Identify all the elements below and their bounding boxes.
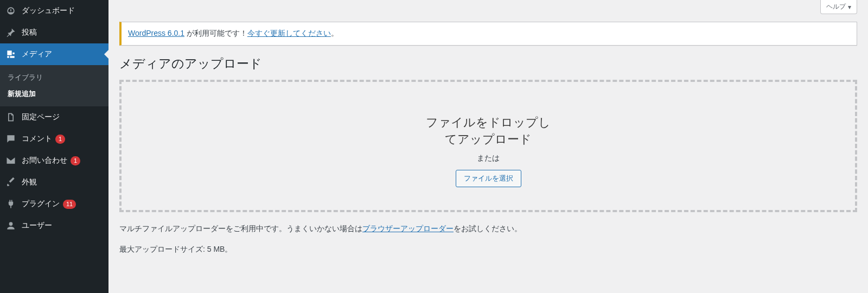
user-icon (5, 220, 18, 231)
sidebar-submenu-media: ライブラリ 新規追加 (0, 65, 108, 106)
max-upload-size: 最大アップロードサイズ: 5 MB。 (119, 245, 857, 254)
sidebar-item-plugins[interactable]: プラグイン 11 (0, 193, 108, 215)
or-text: または (122, 154, 855, 163)
sidebar-item-pages[interactable]: 固定ページ (0, 106, 108, 128)
nav-label: ダッシュボード (22, 6, 75, 16)
mail-icon (5, 155, 18, 166)
browser-uploader-link[interactable]: ブラウザーアップローダー (362, 224, 454, 233)
drop-text: ファイルをドロップしてアップロード (423, 114, 553, 148)
sidebar-item-comments[interactable]: コメント 1 (0, 128, 108, 150)
notice-middle: が利用可能です！ (184, 29, 247, 37)
sidebar-item-media[interactable]: メディア (0, 43, 108, 65)
media-icon (5, 49, 18, 60)
select-file-button[interactable]: ファイルを選択 (456, 170, 521, 187)
nav-label: お問い合わせ (22, 156, 67, 165)
page-icon (5, 112, 18, 123)
notice-version-link[interactable]: WordPress 6.0.1 (128, 29, 184, 37)
below-post: をお試しください。 (454, 224, 522, 233)
uploader-info: マルチファイルアップローダーをご利用中です。うまくいかない場合はブラウザーアップ… (119, 224, 857, 234)
sidebar-item-posts[interactable]: 投稿 (0, 22, 108, 43)
nav-label: ユーザー (22, 221, 52, 231)
help-tab-label: ヘルプ (826, 2, 846, 11)
brush-icon (5, 177, 18, 188)
help-tab[interactable]: ヘルプ ▾ (820, 0, 857, 14)
submenu-item-library[interactable]: ライブラリ (0, 69, 108, 86)
notice-tail: 。 (331, 29, 339, 37)
dashboard-icon (5, 5, 18, 16)
nav-label: コメント (22, 134, 52, 144)
inquiry-badge: 1 (71, 156, 80, 165)
plug-icon (5, 199, 18, 209)
comment-icon (5, 133, 18, 144)
chevron-down-icon: ▾ (848, 3, 851, 11)
nav-label: 外観 (22, 177, 37, 187)
notice-update-link[interactable]: 今すぐ更新してください (247, 29, 331, 37)
plugins-badge: 11 (63, 200, 76, 209)
sidebar-item-inquiry[interactable]: お問い合わせ 1 (0, 150, 108, 171)
submenu-item-add-new[interactable]: 新規追加 (0, 86, 108, 102)
nav-label: 固定ページ (22, 112, 60, 122)
nav-label: 投稿 (22, 28, 37, 37)
sidebar-item-appearance[interactable]: 外観 (0, 171, 108, 193)
update-notice: WordPress 6.0.1 が利用可能です！今すぐ更新してください。 (119, 22, 857, 46)
pin-icon (5, 27, 18, 38)
admin-sidebar: ダッシュボード 投稿 メディア ライブラリ 新規追加 固定ページ (0, 0, 108, 293)
nav-label: プラグイン (22, 199, 60, 209)
main-content: ヘルプ ▾ WordPress 6.0.1 が利用可能です！今すぐ更新してくださ… (108, 0, 868, 293)
page-title: メディアのアップロード (119, 55, 857, 72)
below-pre: マルチファイルアップローダーをご利用中です。うまくいかない場合は (119, 224, 362, 233)
sidebar-item-users[interactable]: ユーザー (0, 215, 108, 237)
sidebar-item-dashboard[interactable]: ダッシュボード (0, 0, 108, 22)
upload-dropzone[interactable]: ファイルをドロップしてアップロード または ファイルを選択 (119, 80, 857, 212)
nav-label: メディア (22, 49, 52, 59)
comments-badge: 1 (55, 135, 65, 144)
